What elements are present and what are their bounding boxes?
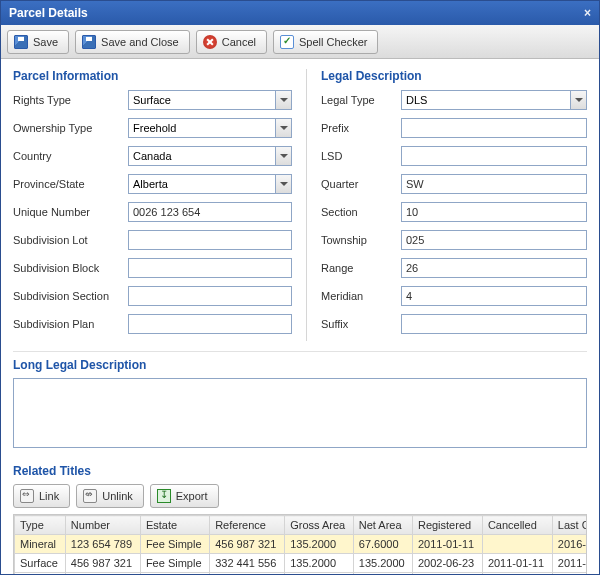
table-row[interactable]: Surface517 273 928Fee Simple456 987 3211…	[15, 573, 588, 575]
table-cell: 135.2000	[285, 554, 354, 573]
save-close-button[interactable]: Save and Close	[75, 30, 190, 54]
save-button[interactable]: Save	[7, 30, 69, 54]
table-cell: 2011-01-11	[412, 573, 482, 575]
label-subdivision-lot: Subdivision Lot	[13, 234, 128, 246]
table-cell: 2011-01-11	[412, 535, 482, 554]
column-header[interactable]: Gross Area	[285, 516, 354, 535]
table-cell: Fee Simple	[140, 554, 209, 573]
table-cell: Fee Simple	[140, 535, 209, 554]
prefix-field[interactable]	[401, 118, 587, 138]
chevron-down-icon[interactable]	[570, 91, 586, 109]
ownership-type-value[interactable]	[129, 119, 275, 137]
chevron-down-icon[interactable]	[275, 147, 291, 165]
province-select[interactable]	[128, 174, 292, 194]
unlink-button[interactable]: Unlink	[76, 484, 144, 508]
suffix-field[interactable]	[401, 314, 587, 334]
column-header[interactable]: Type	[15, 516, 66, 535]
label-rights-type: Rights Type	[13, 94, 128, 106]
table-cell: 456 987 321	[210, 535, 285, 554]
label-prefix: Prefix	[321, 122, 401, 134]
label-subdivision-block: Subdivision Block	[13, 262, 128, 274]
unlink-label: Unlink	[102, 490, 133, 502]
label-range: Range	[321, 262, 401, 274]
subdivision-section-field[interactable]	[128, 286, 292, 306]
table-cell: 135.2000	[353, 554, 412, 573]
section-title-related: Related Titles	[13, 464, 587, 478]
ownership-type-select[interactable]	[128, 118, 292, 138]
column-header[interactable]: Last Changed	[552, 516, 587, 535]
legal-type-value[interactable]	[402, 91, 570, 109]
label-meridian: Meridian	[321, 290, 401, 302]
table-cell: Surface	[15, 554, 66, 573]
country-select[interactable]	[128, 146, 292, 166]
province-value[interactable]	[129, 175, 275, 193]
table-cell: 2011-01-11	[482, 554, 552, 573]
table-row[interactable]: Surface456 987 321Fee Simple332 441 5561…	[15, 554, 588, 573]
section-field[interactable]	[401, 202, 587, 222]
table-cell	[482, 535, 552, 554]
lsd-field[interactable]	[401, 146, 587, 166]
subdivision-block-field[interactable]	[128, 258, 292, 278]
close-icon[interactable]: ×	[584, 6, 591, 20]
export-label: Export	[176, 490, 208, 502]
range-field[interactable]	[401, 258, 587, 278]
parcel-information-section: Parcel Information Rights Type Ownership…	[13, 69, 292, 341]
legal-type-select[interactable]	[401, 90, 587, 110]
column-header[interactable]: Number	[65, 516, 140, 535]
meridian-field[interactable]	[401, 286, 587, 306]
subdivision-lot-field[interactable]	[128, 230, 292, 250]
export-icon	[157, 489, 171, 503]
table-cell: Surface	[15, 573, 66, 575]
table-cell: 332 441 556	[210, 554, 285, 573]
country-value[interactable]	[129, 147, 275, 165]
label-ownership-type: Ownership Type	[13, 122, 128, 134]
chevron-down-icon[interactable]	[275, 175, 291, 193]
related-titles-section: Related Titles Link Unlink Export TypeNu…	[13, 464, 587, 574]
unlink-icon	[83, 489, 97, 503]
column-header[interactable]: Cancelled	[482, 516, 552, 535]
label-unique-number: Unique Number	[13, 206, 128, 218]
link-icon	[20, 489, 34, 503]
column-header[interactable]: Registered	[412, 516, 482, 535]
rights-type-select[interactable]	[128, 90, 292, 110]
rights-type-value[interactable]	[129, 91, 275, 109]
table-cell: 517 273 928	[65, 573, 140, 575]
unique-number-field[interactable]	[128, 202, 292, 222]
table-cell: 135.2000	[285, 535, 354, 554]
label-lsd: LSD	[321, 150, 401, 162]
subdivision-plan-field[interactable]	[128, 314, 292, 334]
cancel-button[interactable]: Cancel	[196, 30, 267, 54]
table-cell: 135.2000	[285, 573, 354, 575]
content-area: Parcel Information Rights Type Ownership…	[1, 59, 599, 574]
link-button[interactable]: Link	[13, 484, 70, 508]
table-cell: 2011-01-11	[552, 554, 587, 573]
table-cell: 2002-06-23	[412, 554, 482, 573]
label-legal-type: Legal Type	[321, 94, 401, 106]
table-cell	[482, 573, 552, 575]
spell-checker-button[interactable]: Spell Checker	[273, 30, 378, 54]
titles-table-wrap: TypeNumberEstateReferenceGross AreaNet A…	[13, 514, 587, 574]
column-header[interactable]: Net Area	[353, 516, 412, 535]
toolbar: Save Save and Close Cancel Spell Checker	[1, 25, 599, 59]
divider	[13, 351, 587, 352]
table-cell: 456 987 321	[65, 554, 140, 573]
label-subdivision-plan: Subdivision Plan	[13, 318, 128, 330]
legal-description-section: Legal Description Legal Type Prefix LSD	[306, 69, 587, 341]
long-legal-textarea[interactable]	[13, 378, 587, 448]
save-icon	[82, 35, 96, 49]
table-cell: 67.6000	[353, 535, 412, 554]
quarter-field[interactable]	[401, 174, 587, 194]
section-title-legal-desc: Legal Description	[321, 69, 587, 83]
township-field[interactable]	[401, 230, 587, 250]
column-header[interactable]: Reference	[210, 516, 285, 535]
chevron-down-icon[interactable]	[275, 91, 291, 109]
export-button[interactable]: Export	[150, 484, 219, 508]
section-title-parcel-info: Parcel Information	[13, 69, 292, 83]
table-cell: 2016-09-17	[552, 535, 587, 554]
label-quarter: Quarter	[321, 178, 401, 190]
label-section: Section	[321, 206, 401, 218]
label-subdivision-section: Subdivision Section	[13, 290, 128, 302]
chevron-down-icon[interactable]	[275, 119, 291, 137]
column-header[interactable]: Estate	[140, 516, 209, 535]
table-row[interactable]: Mineral123 654 789Fee Simple456 987 3211…	[15, 535, 588, 554]
